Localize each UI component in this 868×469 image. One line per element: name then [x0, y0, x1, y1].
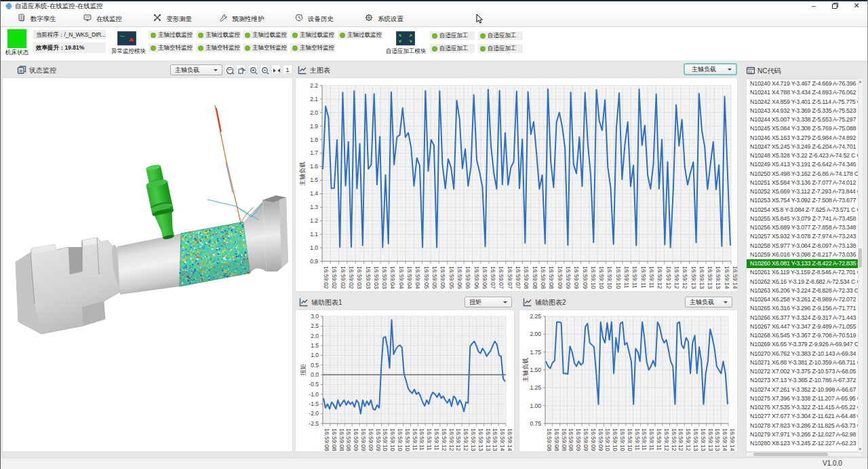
svg-text:16:59:11: 16:59:11: [648, 428, 655, 451]
svg-text:3.0: 3.0: [311, 313, 319, 320]
svg-text:16:59:05: 16:59:05: [431, 266, 438, 289]
svg-text:16:59:04: 16:59:04: [414, 266, 421, 289]
svg-text:16:59:06: 16:59:06: [465, 266, 471, 289]
svg-text:16:59:11: 16:59:11: [634, 428, 641, 451]
svg-text:16:59:14: 16:59:14: [499, 428, 506, 451]
svg-text:1.4: 1.4: [310, 190, 318, 197]
svg-text:16:59:11: 16:59:11: [418, 428, 425, 451]
svg-text:16:59:08: 16:59:08: [568, 428, 574, 451]
svg-text:16:59:07: 16:59:07: [515, 266, 521, 289]
svg-text:扭矩: 扭矩: [300, 364, 307, 376]
svg-text:16:59:08: 16:59:08: [532, 266, 538, 289]
svg-text:16:59:09: 16:59:09: [583, 428, 589, 451]
svg-text:16:59:10: 16:59:10: [598, 266, 605, 289]
svg-text:16:59:11: 16:59:11: [648, 266, 655, 288]
svg-text:16:59:13: 16:59:13: [715, 266, 722, 289]
svg-text:16:59:03: 16:59:03: [365, 266, 372, 289]
svg-text:16:59:12: 16:59:12: [656, 266, 663, 289]
svg-text:16:59:07: 16:59:07: [498, 266, 505, 289]
svg-text:16:59:02: 16:59:02: [348, 266, 355, 289]
svg-text:16:59:03: 16:59:03: [356, 266, 363, 289]
svg-text:16:59:10: 16:59:10: [389, 428, 396, 451]
svg-text:16:59:13: 16:59:13: [714, 428, 721, 451]
svg-text:16:59:11: 16:59:11: [641, 428, 648, 451]
svg-text:16:59:12: 16:59:12: [665, 266, 672, 289]
svg-text:16:59:11: 16:59:11: [631, 266, 638, 288]
svg-text:16:59:12: 16:59:12: [682, 266, 688, 289]
svg-text:主轴负载: 主轴负载: [299, 162, 306, 186]
svg-text:16:59:14: 16:59:14: [732, 266, 738, 289]
svg-text:2.00: 2.00: [530, 331, 541, 337]
svg-text:16:59:09: 16:59:09: [557, 266, 564, 289]
svg-text:16:59:10: 16:59:10: [397, 428, 403, 451]
svg-text:16:59:09: 16:59:09: [565, 266, 572, 289]
svg-text:2.0: 2.0: [310, 109, 318, 116]
svg-text:16:59:09: 16:59:09: [575, 428, 582, 451]
svg-text:16:59:05: 16:59:05: [439, 266, 446, 289]
svg-text:16:59:13: 16:59:13: [485, 428, 492, 451]
svg-text:16:59:14: 16:59:14: [729, 428, 736, 451]
svg-text:16:59:03: 16:59:03: [373, 266, 380, 289]
svg-text:16:59:09: 16:59:09: [582, 266, 589, 289]
svg-text:16:59:11: 16:59:11: [623, 266, 630, 288]
svg-text:16:59:10: 16:59:10: [627, 428, 633, 451]
svg-text:16:59:12: 16:59:12: [671, 428, 677, 451]
svg-text:1.00: 1.00: [530, 402, 541, 409]
svg-text:0.5: 0.5: [311, 362, 319, 369]
svg-text:16:59:08: 16:59:08: [345, 428, 352, 451]
svg-text:主轴负载: 主轴负载: [522, 358, 529, 382]
svg-text:16:59:04: 16:59:04: [398, 266, 405, 289]
svg-text:-1.0: -1.0: [309, 391, 319, 398]
svg-text:16:59:09: 16:59:09: [597, 428, 604, 451]
svg-text:16:59:12: 16:59:12: [673, 266, 680, 289]
svg-text:1.1: 1.1: [310, 231, 318, 238]
svg-text:16:59:07: 16:59:07: [507, 266, 513, 289]
svg-text:-1.5: -1.5: [309, 400, 319, 407]
svg-text:-0.5: -0.5: [309, 381, 319, 388]
svg-text:16:59:09: 16:59:09: [573, 266, 580, 289]
svg-text:1.25: 1.25: [530, 384, 541, 391]
svg-text:2.25: 2.25: [530, 313, 541, 320]
svg-text:16:59:12: 16:59:12: [441, 428, 448, 451]
svg-text:16:59:10: 16:59:10: [612, 428, 618, 451]
svg-text:16:59:11: 16:59:11: [656, 428, 663, 451]
svg-text:16:59:10: 16:59:10: [615, 266, 622, 289]
svg-text:16:59:08: 16:59:08: [548, 266, 555, 289]
svg-text:16:59:12: 16:59:12: [455, 428, 462, 451]
svg-text:16:59:06: 16:59:06: [473, 266, 480, 289]
svg-text:16:59:06: 16:59:06: [456, 266, 463, 289]
svg-text:16:59:08: 16:59:08: [540, 266, 547, 289]
svg-text:16:59:13: 16:59:13: [707, 266, 713, 289]
svg-text:16:59:13: 16:59:13: [477, 428, 484, 451]
svg-text:16:59:09: 16:59:09: [590, 428, 597, 451]
svg-text:0.0: 0.0: [311, 371, 319, 378]
svg-text:1.5: 1.5: [310, 176, 318, 183]
svg-text:16:59:08: 16:59:08: [561, 428, 568, 451]
svg-text:16:59:08: 16:59:08: [523, 266, 530, 289]
svg-text:16:59:14: 16:59:14: [507, 428, 513, 451]
svg-text:16:59:11: 16:59:11: [426, 428, 433, 451]
svg-text:01: 01: [748, 70, 753, 75]
svg-text:-2.0: -2.0: [309, 410, 319, 417]
svg-text:16:59:12: 16:59:12: [663, 428, 670, 451]
svg-text:2.5: 2.5: [311, 322, 319, 329]
svg-text:16:59:13: 16:59:13: [707, 428, 714, 451]
svg-text:16:59:09: 16:59:09: [360, 428, 367, 451]
svg-text:1.7: 1.7: [310, 149, 318, 156]
svg-text:16:59:09: 16:59:09: [375, 428, 382, 451]
svg-text:1.2: 1.2: [310, 217, 318, 224]
svg-text:16:59:08: 16:59:08: [553, 428, 560, 451]
svg-text:0.75: 0.75: [530, 420, 541, 427]
svg-text:16:59:10: 16:59:10: [404, 428, 411, 451]
svg-text:1.9: 1.9: [310, 123, 318, 130]
svg-text:16:59:13: 16:59:13: [692, 428, 699, 451]
svg-text:16:59:14: 16:59:14: [724, 266, 730, 289]
svg-text:16:59:12: 16:59:12: [462, 428, 469, 451]
svg-text:16:59:11: 16:59:11: [640, 266, 647, 288]
svg-text:16:59:11: 16:59:11: [433, 428, 440, 451]
svg-text:16:59:12: 16:59:12: [685, 428, 692, 451]
svg-text:16:59:03: 16:59:03: [381, 266, 388, 289]
svg-text:16:59:13: 16:59:13: [698, 266, 705, 289]
svg-text:16:59:10: 16:59:10: [619, 428, 626, 451]
svg-text:16:59:05: 16:59:05: [448, 266, 455, 289]
